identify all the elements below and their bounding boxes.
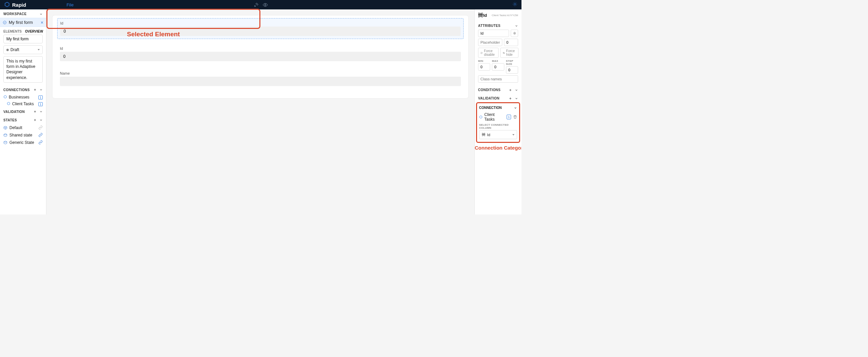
default-value-input[interactable] bbox=[504, 39, 518, 46]
field-name[interactable]: Name bbox=[57, 69, 464, 89]
validation-right-heading-label: VALIDATION bbox=[478, 96, 500, 100]
description-textarea[interactable]: This is my first form in Adaptive Design… bbox=[3, 56, 43, 83]
connection-item-businesses[interactable]: Businesses 1 bbox=[0, 94, 46, 100]
connection-entity[interactable]: Client Tasks 1 bbox=[479, 111, 517, 122]
element-title: 卌Id Client Tasks:Id:IYYZM bbox=[475, 9, 522, 21]
theme-sun-icon[interactable] bbox=[513, 2, 518, 7]
select-column-label: SELECT CONNECTED COLUMN bbox=[479, 122, 517, 130]
plus-icon[interactable] bbox=[33, 88, 37, 91]
hexagon-icon bbox=[7, 102, 10, 105]
annotation-connection-label: Connection Category bbox=[475, 143, 522, 153]
brand-name: Rapid bbox=[12, 2, 26, 8]
selected-column-value: Id bbox=[487, 133, 490, 137]
force-hide-toggle[interactable]: Force hide bbox=[500, 48, 519, 58]
svg-point-0 bbox=[265, 4, 266, 5]
conditions-header[interactable]: CONDITIONS bbox=[475, 86, 522, 94]
tab-overview[interactable]: OVERVIEW bbox=[25, 30, 43, 33]
trash-icon[interactable] bbox=[513, 115, 517, 119]
step-input[interactable] bbox=[506, 66, 518, 74]
plus-icon[interactable] bbox=[509, 89, 512, 92]
states-heading-label: STATES bbox=[3, 118, 17, 122]
tally-icon: 卌 bbox=[482, 132, 486, 137]
attributes-body: ✻ Force disable Force hide MIN MAX STE bbox=[475, 30, 522, 86]
status-select[interactable]: Draft bbox=[3, 45, 43, 54]
top-right-tools bbox=[513, 2, 518, 8]
chevron-down-icon bbox=[39, 12, 43, 16]
field-input[interactable] bbox=[60, 52, 461, 61]
close-workspace-icon[interactable]: × bbox=[41, 20, 43, 25]
connected-column-select[interactable]: 卌 Id bbox=[479, 130, 517, 139]
tab-elements[interactable]: ELEMENTS bbox=[3, 30, 22, 33]
validation-header[interactable]: VALIDATION bbox=[0, 107, 46, 116]
left-tabs: ELEMENTS OVERVIEW bbox=[0, 27, 46, 35]
plus-icon[interactable] bbox=[509, 97, 512, 100]
link-icon bbox=[38, 140, 43, 144]
max-input[interactable] bbox=[492, 63, 504, 71]
top-bar: Rapid File bbox=[0, 0, 522, 9]
svg-point-1 bbox=[514, 3, 516, 5]
chevron-down-icon bbox=[515, 24, 518, 28]
connection-badge: 1 bbox=[38, 95, 43, 99]
attr-name-input[interactable] bbox=[478, 30, 509, 37]
plus-icon[interactable] bbox=[33, 118, 37, 122]
check-circle-icon bbox=[3, 21, 7, 25]
element-name: Id bbox=[483, 13, 487, 18]
chevron-down-icon bbox=[39, 88, 43, 91]
form-name-input[interactable] bbox=[3, 35, 43, 43]
field-id[interactable]: Id bbox=[57, 44, 464, 64]
chevron-down-icon bbox=[514, 106, 517, 109]
top-center-tools bbox=[254, 2, 268, 7]
canvas: Id Id Name Selected Element bbox=[46, 9, 474, 215]
placeholder-input[interactable] bbox=[478, 39, 502, 46]
ban-icon bbox=[480, 51, 483, 55]
file-menu[interactable]: File bbox=[67, 2, 74, 7]
connection-panel: CONNECTION Client Tasks 1 SELECT CONNECT… bbox=[476, 102, 520, 143]
design-tools-icon[interactable] bbox=[254, 2, 259, 7]
class-names-input[interactable] bbox=[478, 75, 518, 83]
form-info: Draft This is my first form in Adaptive … bbox=[0, 35, 46, 86]
connection-label: Client Tasks bbox=[12, 101, 34, 106]
preview-eye-icon[interactable] bbox=[263, 2, 268, 7]
validation-right-header[interactable]: VALIDATION bbox=[475, 94, 522, 102]
field-label: Name bbox=[60, 71, 461, 75]
element-meta: Client Tasks:Id:IYYZM bbox=[492, 14, 518, 17]
states-header[interactable]: STATES bbox=[0, 116, 46, 124]
workspace-header[interactable]: WORKSPACE bbox=[0, 9, 46, 18]
package-icon bbox=[3, 126, 7, 130]
connection-label: Businesses bbox=[9, 95, 29, 99]
connection-count-badge: 1 bbox=[507, 115, 511, 119]
hexagon-logo-icon bbox=[4, 2, 10, 8]
chevron-down-icon bbox=[515, 89, 518, 92]
chevron-down-icon bbox=[39, 118, 43, 122]
attributes-heading-label: ATTRIBUTES bbox=[478, 24, 501, 28]
left-sidebar: WORKSPACE My first form × ELEMENTS OVERV… bbox=[0, 9, 46, 215]
link-icon bbox=[38, 133, 43, 137]
attributes-header[interactable]: ATTRIBUTES bbox=[475, 21, 522, 30]
connection-item-client-tasks[interactable]: Client Tasks 1 bbox=[0, 100, 46, 107]
connection-entity-label: Client Tasks bbox=[484, 112, 505, 122]
chevron-down-icon bbox=[39, 110, 43, 113]
field-input[interactable] bbox=[60, 77, 461, 86]
state-item-generic[interactable]: Generic State bbox=[0, 139, 46, 146]
package-open-icon bbox=[3, 140, 7, 144]
hexagon-icon bbox=[479, 115, 483, 119]
eye-off-icon bbox=[503, 51, 505, 55]
state-label: Default bbox=[9, 125, 22, 130]
workspace-item-label: My first form bbox=[9, 20, 33, 25]
step-label: STEP SIZE bbox=[506, 60, 518, 66]
validation-heading-label: VALIDATION bbox=[3, 110, 25, 113]
connections-header[interactable]: CONNECTIONS bbox=[0, 86, 46, 94]
state-label: Generic State bbox=[9, 140, 34, 145]
workspace-item[interactable]: My first form × bbox=[0, 18, 46, 27]
state-item-shared[interactable]: Shared state bbox=[0, 131, 46, 139]
plus-icon[interactable] bbox=[33, 110, 37, 113]
state-item-default[interactable]: Default bbox=[0, 124, 46, 131]
chevron-down-icon bbox=[515, 97, 518, 100]
connection-right-header[interactable]: CONNECTION bbox=[479, 104, 517, 111]
link-icon bbox=[38, 125, 43, 130]
lock-name-button[interactable]: ✻ bbox=[511, 30, 518, 37]
min-label: MIN bbox=[478, 60, 490, 63]
hexagon-icon bbox=[3, 95, 7, 99]
force-disable-toggle[interactable]: Force disable bbox=[478, 48, 499, 58]
min-input[interactable] bbox=[478, 63, 490, 71]
